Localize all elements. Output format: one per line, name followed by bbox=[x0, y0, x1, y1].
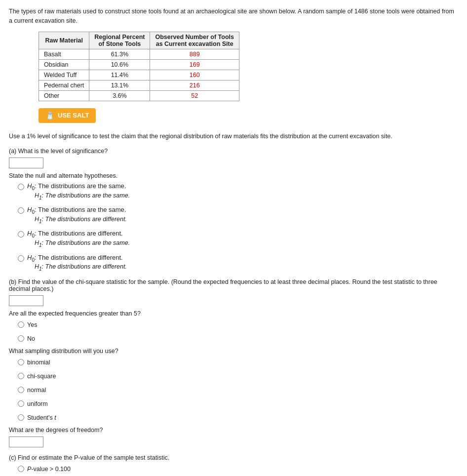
hyp-h0-3: H0: The distributions are different. bbox=[27, 230, 123, 238]
pvalue-radio-1[interactable] bbox=[18, 466, 24, 472]
part-a-input[interactable] bbox=[9, 158, 43, 168]
hyp-radio-3[interactable] bbox=[18, 231, 24, 238]
intro-text: The types of raw materials used to const… bbox=[9, 7, 458, 26]
cell-percent: 61.3% bbox=[89, 49, 150, 59]
dof-label: What are the degrees of freedom? bbox=[9, 427, 458, 434]
hyp-h1-2: H1: The distributions are different. bbox=[35, 216, 458, 224]
freq-yes-option: Yes bbox=[18, 320, 458, 330]
part-b-label: (b) Find the value of the chi-square sta… bbox=[9, 278, 458, 292]
cell-observed: 52 bbox=[150, 90, 239, 101]
freq-radio-group: Yes No bbox=[18, 320, 458, 344]
col-header-percent: Regional Percentof Stone Tools bbox=[89, 32, 150, 49]
hyp-h0-2: H0: The distributions are the same. bbox=[27, 206, 126, 215]
cell-percent: 10.6% bbox=[89, 59, 150, 70]
sampling-chisquare-radio[interactable] bbox=[18, 373, 24, 379]
sampling-label: What sampling distribution will you use? bbox=[9, 348, 458, 355]
data-table: Raw Material Regional Percentof Stone To… bbox=[39, 32, 239, 101]
hyp-h0-1: H0: The distributions are the same. bbox=[27, 182, 126, 191]
part-a-label: (a) What is the level of significance? bbox=[9, 148, 458, 155]
hyp-option-2: H0: The distributions are the same. H1: … bbox=[18, 206, 458, 224]
part-c-label: (c) Find or estimate the P-value of the … bbox=[9, 454, 458, 461]
hyp-option-1: H0: The distributions are the same. H1: … bbox=[18, 182, 458, 200]
sampling-normal-label: normal bbox=[27, 385, 46, 395]
use-salt-button[interactable]: 🧂 USE SALT bbox=[39, 108, 96, 123]
freq-label: Are all the expected frequencies greater… bbox=[9, 310, 458, 317]
hyp-option-4: H0: The distributions are different. H1:… bbox=[18, 254, 458, 272]
part-c-section: (c) Find or estimate the P-value of the … bbox=[9, 454, 458, 476]
hyp-radio-4[interactable] bbox=[18, 255, 24, 262]
cell-material: Obsidian bbox=[39, 59, 89, 70]
sampling-binomial-label: binomial bbox=[27, 357, 50, 367]
cell-material: Welded Tuff bbox=[39, 70, 89, 80]
cell-material: Other bbox=[39, 90, 89, 101]
sampling-studentt-radio[interactable] bbox=[18, 414, 24, 421]
sampling-binomial-radio[interactable] bbox=[18, 359, 24, 365]
table-row: Welded Tuff11.4%160 bbox=[39, 70, 239, 80]
table-row: Basalt61.3%889 bbox=[39, 49, 239, 59]
cell-material: Pedernal chert bbox=[39, 80, 89, 90]
freq-no-radio[interactable] bbox=[18, 335, 24, 342]
sampling-uniform-label: uniform bbox=[27, 399, 48, 409]
pvalue-option-1: P-value > 0.100 bbox=[18, 464, 458, 474]
cell-percent: 11.4% bbox=[89, 70, 150, 80]
hypothesis-options: H0: The distributions are the same. H1: … bbox=[18, 182, 458, 271]
col-header-observed: Observed Number of Toolsas Current excav… bbox=[150, 32, 239, 49]
salt-icon: 🧂 bbox=[45, 111, 55, 120]
hyp-h1-4: H1: The distributions are different. bbox=[35, 263, 458, 272]
sampling-uniform: uniform bbox=[18, 399, 458, 409]
use-salt-label: USE SALT bbox=[58, 112, 89, 119]
sampling-uniform-radio[interactable] bbox=[18, 400, 24, 407]
freq-yes-radio[interactable] bbox=[18, 321, 24, 328]
cell-observed: 169 bbox=[150, 59, 239, 70]
pvalue-radio-group: P-value > 0.100 0.050 < P-value < 0.100 … bbox=[18, 464, 458, 476]
sampling-normal-radio[interactable] bbox=[18, 387, 24, 393]
main-question: Use a 1% level of significance to test t… bbox=[9, 132, 458, 141]
sampling-studentt: Student's t bbox=[18, 413, 458, 423]
sampling-binomial: binomial bbox=[18, 357, 458, 367]
table-row: Pedernal chert13.1%216 bbox=[39, 80, 239, 90]
pvalue-label-1: P-value > 0.100 bbox=[27, 464, 71, 474]
sampling-studentt-label: Student's t bbox=[27, 413, 56, 423]
cell-material: Basalt bbox=[39, 49, 89, 59]
dof-input[interactable] bbox=[9, 436, 43, 447]
table-row: Obsidian10.6%169 bbox=[39, 59, 239, 70]
hyp-h0-4: H0: The distributions are different. bbox=[27, 254, 123, 263]
hyp-h1-3: H1: The distributions are the same. bbox=[35, 239, 458, 248]
part-b-input[interactable] bbox=[9, 295, 43, 306]
hyp-h1-1: H1: The distributions are the same. bbox=[35, 192, 458, 200]
cell-percent: 13.1% bbox=[89, 80, 150, 90]
freq-no-option: No bbox=[18, 334, 458, 344]
hyp-radio-1[interactable] bbox=[18, 184, 24, 190]
sampling-chisquare-label: chi-square bbox=[27, 371, 56, 381]
sampling-radio-group: binomial chi-square normal uniform Stude… bbox=[18, 357, 458, 423]
col-header-material: Raw Material bbox=[39, 32, 89, 49]
sampling-normal: normal bbox=[18, 385, 458, 395]
part-a-section: (a) What is the level of significance? S… bbox=[9, 148, 458, 271]
cell-observed: 889 bbox=[150, 49, 239, 59]
freq-no-label: No bbox=[27, 334, 35, 344]
cell-percent: 3.6% bbox=[89, 90, 150, 101]
cell-observed: 216 bbox=[150, 80, 239, 90]
hyp-option-3: H0: The distributions are different. H1:… bbox=[18, 230, 458, 247]
state-hypotheses-label: State the null and alternate hypotheses. bbox=[9, 172, 458, 179]
hyp-radio-2[interactable] bbox=[18, 207, 24, 214]
cell-observed: 160 bbox=[150, 70, 239, 80]
table-row: Other3.6%52 bbox=[39, 90, 239, 101]
part-b-section: (b) Find the value of the chi-square sta… bbox=[9, 278, 458, 447]
freq-yes-label: Yes bbox=[27, 320, 37, 330]
sampling-chisquare: chi-square bbox=[18, 371, 458, 381]
